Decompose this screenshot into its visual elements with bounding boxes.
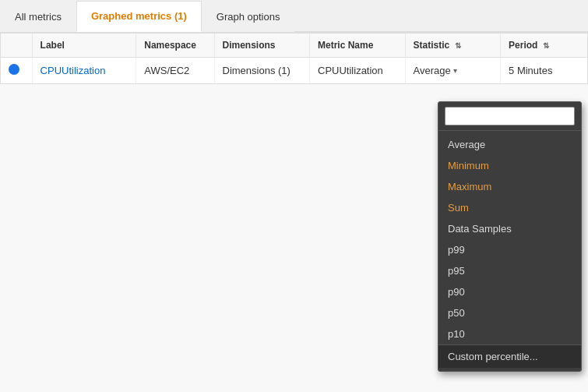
col-header-check	[1, 34, 32, 58]
tab-all-metrics[interactable]: All metrics	[0, 1, 76, 32]
metrics-table: Label Namespace Dimensions Metric Name S…	[1, 34, 587, 83]
dropdown-item-data-samples[interactable]: Data Samples	[438, 218, 581, 239]
statistic-dropdown-arrow: ▾	[453, 66, 457, 75]
dropdown-item-p10[interactable]: p10	[438, 323, 581, 344]
row-label-cell: CPUUtilization	[32, 58, 136, 84]
tab-graphed-metrics-label: Graphed metrics (1)	[91, 10, 187, 22]
tab-all-metrics-label: All metrics	[15, 11, 62, 23]
col-header-metricname: Metric Name	[310, 34, 406, 58]
row-color-dot	[9, 64, 19, 75]
row-period-cell: 5 Minutes	[501, 58, 587, 84]
dropdown-item-p95[interactable]: p95	[438, 260, 581, 281]
dropdown-item-custom-percentile[interactable]: Custom percentile...	[438, 344, 581, 368]
tab-graph-options[interactable]: Graph options	[202, 1, 295, 32]
col-header-dimensions: Dimensions	[214, 34, 310, 58]
statistic-sort-icon: ⇅	[455, 41, 461, 50]
row-metricname-cell: CPUUtilization	[310, 58, 406, 84]
tab-graph-options-label: Graph options	[217, 11, 280, 23]
row-check-cell	[1, 58, 32, 84]
dropdown-search-container	[438, 102, 581, 131]
dropdown-item-p99[interactable]: p99	[438, 239, 581, 260]
row-label-link[interactable]: CPUUtilization	[40, 65, 106, 76]
table-header-row: Label Namespace Dimensions Metric Name S…	[1, 34, 587, 58]
dropdown-search-input[interactable]	[445, 107, 575, 125]
metrics-table-container: Label Namespace Dimensions Metric Name S…	[0, 33, 588, 84]
table-row: CPUUtilization AWS/EC2 Dimensions (1) CP…	[1, 58, 587, 84]
row-namespace-cell: AWS/EC2	[136, 58, 214, 84]
row-dimensions-cell: Dimensions (1)	[214, 58, 310, 84]
dropdown-item-maximum[interactable]: Maximum	[438, 176, 581, 197]
tab-graphed-metrics[interactable]: Graphed metrics (1)	[76, 1, 202, 32]
dropdown-item-minimum[interactable]: Minimum	[438, 155, 581, 176]
col-header-namespace: Namespace	[136, 34, 214, 58]
row-statistic-cell: Average ▾	[405, 58, 501, 84]
dropdown-item-sum[interactable]: Sum	[438, 197, 581, 218]
tabs-bar: All metrics Graphed metrics (1) Graph op…	[0, 0, 588, 33]
period-sort-icon: ⇅	[543, 41, 549, 50]
col-header-label: Label	[32, 34, 136, 58]
dropdown-item-average[interactable]: Average	[438, 134, 581, 155]
dropdown-item-p50[interactable]: p50	[438, 302, 581, 323]
dropdown-item-p90[interactable]: p90	[438, 281, 581, 302]
col-header-period[interactable]: Period ⇅	[501, 34, 587, 58]
dropdown-list: Average Minimum Maximum Sum Data Samples…	[438, 131, 581, 371]
col-header-statistic[interactable]: Statistic ⇅	[405, 34, 501, 58]
statistic-dropdown-menu: Average Minimum Maximum Sum Data Samples…	[438, 101, 582, 372]
statistic-dropdown-trigger[interactable]: Average ▾	[414, 65, 457, 76]
